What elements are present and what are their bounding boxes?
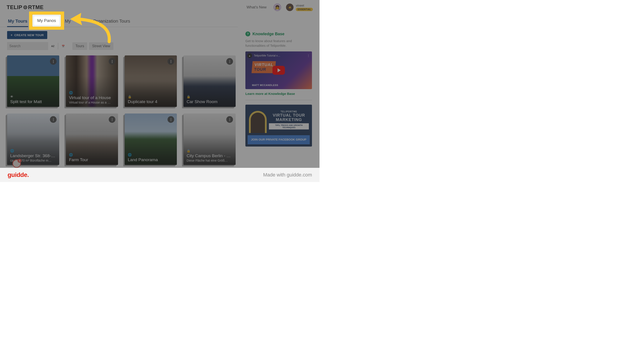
- divider: [58, 43, 58, 50]
- card-title: City Campus Berlin - …: [187, 154, 232, 158]
- card-menu-button[interactable]: [168, 116, 174, 123]
- tab-my-tours[interactable]: My Tours: [7, 17, 28, 27]
- question-mark-icon: ?: [245, 32, 250, 36]
- divider: [245, 100, 312, 100]
- search-input[interactable]: [7, 42, 48, 50]
- girl-icon: 👧: [275, 5, 280, 10]
- fb-brand: TELIPORTME: [269, 110, 309, 113]
- card-menu-button[interactable]: [226, 116, 233, 123]
- globe-icon: 🌐: [128, 153, 174, 156]
- lock-icon: 🔒: [128, 95, 174, 98]
- logo-right: RTME: [28, 4, 44, 10]
- lock-icon: 🔒: [187, 95, 232, 98]
- card-title: Landsberger Str. 368-…: [10, 154, 56, 158]
- plus-icon: +: [11, 33, 13, 37]
- play-icon: [272, 66, 285, 75]
- video-channel-label: TeliportMe Tutorial v…: [254, 54, 280, 57]
- footer-bar: guidde. Made with guidde.com: [0, 168, 320, 182]
- filter-tours-chip[interactable]: Tours: [72, 42, 87, 50]
- fb-title: VIRTUAL TOUR MARKETING: [269, 113, 309, 122]
- globe-icon: 🌐: [69, 153, 115, 156]
- brand-logo[interactable]: TELIP RTME: [7, 4, 44, 10]
- sort-az-button[interactable]: AZ: [50, 43, 56, 49]
- card-menu-button[interactable]: [109, 58, 115, 65]
- tour-card[interactable]: 🌐 Landsberger Str. 368-… ca. 390,70 m² B…: [7, 114, 59, 165]
- youtube-avatar-icon: ▲: [247, 53, 252, 58]
- card-title: Farm Tour: [69, 158, 115, 162]
- filter-streetview-chip[interactable]: Street View: [89, 42, 113, 50]
- logo-left: TELIP: [7, 4, 23, 10]
- kb-learn-more-link[interactable]: Learn more at Knowledge Base: [245, 92, 312, 96]
- presenter-name: MATT MCCANDLESS: [252, 84, 278, 86]
- card-menu-button[interactable]: [168, 58, 174, 65]
- card-menu-button[interactable]: [50, 58, 57, 65]
- virtual-tour-badge: VIRTUAL TOUR: [252, 61, 276, 73]
- tour-card[interactable]: 🔒 Car Show Room: [183, 56, 236, 107]
- fb-subtitle: TIPS, TRICKS AND GROWTH TECHNIQUES: [269, 123, 309, 130]
- tour-card[interactable]: 👁 Split test for Matt: [7, 56, 59, 107]
- card-menu-button[interactable]: [109, 116, 115, 123]
- notification-count: 4: [18, 159, 22, 163]
- whats-new-link[interactable]: What's New: [244, 4, 269, 11]
- card-title: Virtual tour of a House: [69, 95, 115, 100]
- create-new-tour-button[interactable]: + CREATE NEW TOUR: [7, 31, 47, 39]
- globe-icon: 🌐: [10, 149, 56, 152]
- tour-card[interactable]: 🔒 City Campus Berlin - … Diese Fläche ha…: [183, 114, 236, 165]
- create-label: CREATE NEW TOUR: [15, 34, 44, 37]
- user-avatar: 🧔: [286, 4, 293, 11]
- kb-title: Knowledge Base: [252, 32, 284, 36]
- kb-video-thumbnail[interactable]: ▲ TeliportMe Tutorial v… ⋮ VIRTUAL TOUR …: [245, 52, 312, 89]
- made-with-label: Made with guidde.com: [263, 172, 312, 178]
- person-icon: 🧔: [288, 5, 292, 9]
- sort-date-button[interactable]: 📅: [60, 43, 66, 49]
- card-title: Split test for Matt: [10, 99, 56, 104]
- calendar-icon: 📅: [62, 45, 65, 48]
- card-sub: Virtual tour of a House as a …: [69, 101, 115, 104]
- tour-card[interactable]: 🌐 Virtual tour of a House Virtual tour o…: [66, 56, 118, 107]
- plan-badge: ESSENTIAL: [296, 8, 313, 11]
- eye-icon: 👁: [10, 95, 56, 98]
- person-illustration: [249, 111, 267, 133]
- globe-icon: 🌐: [69, 91, 115, 94]
- notification-bubble[interactable]: 4: [13, 160, 21, 168]
- card-sub: Diese Fläche hat eine Größ…: [187, 159, 232, 162]
- svg-point-1: [25, 7, 26, 8]
- card-title: Car Show Room: [187, 99, 232, 104]
- card-title: Land Panorama: [128, 158, 174, 162]
- video-more-button[interactable]: ⋮: [307, 54, 310, 57]
- kb-description: Get to know about features and functiona…: [245, 38, 312, 48]
- gear-icon: [23, 5, 28, 10]
- tab-my-panos[interactable]: My Panos: [35, 17, 57, 27]
- tabs: My Tours My Panos My Organization Tours: [0, 17, 238, 27]
- card-title: Duplicate tour 4: [128, 99, 174, 104]
- join-facebook-button[interactable]: JOIN OUR PRIVATE FACEBOOK GROUP: [248, 135, 310, 144]
- user-menu[interactable]: 🧔 vineet ESSENTIAL: [286, 4, 313, 11]
- tour-card[interactable]: 🌐 Land Panorama: [125, 114, 177, 165]
- lock-icon: 🔒: [187, 149, 232, 152]
- tab-my-partial[interactable]: My: [64, 17, 72, 27]
- user-name: vineet: [296, 4, 304, 7]
- tab-organization-tours[interactable]: Organization Tours: [92, 17, 131, 27]
- card-menu-button[interactable]: [226, 58, 233, 65]
- help-avatar[interactable]: 👧: [273, 4, 281, 11]
- facebook-group-card: TELIPORTME VIRTUAL TOUR MARKETING TIPS, …: [245, 105, 312, 146]
- card-menu-button[interactable]: [50, 116, 57, 123]
- tour-card[interactable]: 🔒 Duplicate tour 4: [125, 56, 177, 107]
- guidde-logo[interactable]: guidde.: [8, 171, 29, 178]
- tour-card[interactable]: 🌐 Farm Tour: [66, 114, 118, 165]
